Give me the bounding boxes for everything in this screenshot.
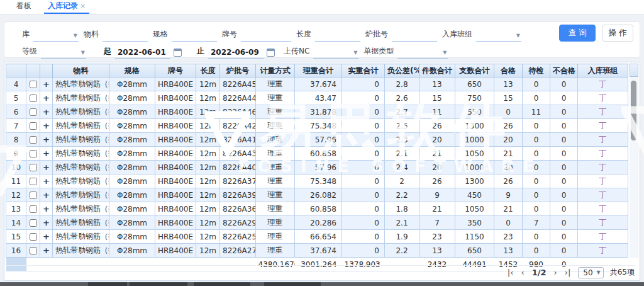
heat-number-cell: 8226A29: [220, 216, 256, 230]
calendar-icon[interactable]: [267, 49, 275, 57]
taskbar-segment: [130, 282, 187, 286]
brand-cell: HRB400E: [155, 230, 196, 244]
last-page-icon[interactable]: ›|: [565, 268, 571, 277]
expand-row-icon[interactable]: +: [40, 133, 53, 147]
row-select-checkbox[interactable]: [26, 161, 40, 174]
heat-number-label: 炉批号: [365, 29, 388, 42]
expand-row-icon[interactable]: +: [40, 202, 53, 216]
row-select-checkbox[interactable]: [26, 216, 40, 230]
pieces-cell: 13: [419, 244, 455, 258]
tab-dashboard[interactable]: 看板: [13, 0, 35, 14]
grade-select[interactable]: ▼: [41, 46, 86, 59]
column-header: 不合格: [550, 64, 578, 77]
team-cell: 丁: [578, 105, 628, 119]
expand-row-icon[interactable]: +: [40, 161, 53, 174]
row-select-checkbox[interactable]: [26, 91, 40, 105]
prev-page-icon[interactable]: ‹: [521, 268, 524, 277]
row-checkbox[interactable]: [30, 192, 37, 199]
grade-label: 等级: [22, 46, 37, 59]
row-select-checkbox[interactable]: [26, 230, 40, 244]
length-cell: 12m: [196, 105, 220, 119]
bars-cell: 1300: [455, 119, 494, 133]
expand-row-icon[interactable]: +: [40, 91, 53, 105]
row-checkbox[interactable]: [30, 219, 37, 227]
qualified-cell: 0: [494, 105, 523, 119]
row-select-checkbox[interactable]: [26, 188, 40, 202]
measure-method-cell: 理重: [256, 174, 295, 188]
vertical-scrollbar[interactable]: [630, 64, 638, 258]
expand-row-icon[interactable]: +: [40, 174, 53, 188]
row-select-checkbox[interactable]: [26, 77, 40, 91]
tab-inbound-records[interactable]: 入库记录×: [44, 0, 89, 14]
row-number: 16: [6, 244, 26, 258]
tab-bar: 看板 入库记录×: [0, 0, 644, 14]
inbound-team-filter: 入库班组 ▼: [442, 29, 521, 42]
expand-row-icon[interactable]: +: [40, 216, 53, 230]
brand-filter: 牌号: [222, 29, 291, 42]
tab-inbound-records-label: 入库记录: [48, 1, 78, 10]
expand-row-icon[interactable]: +: [40, 119, 53, 133]
length-input[interactable]: [315, 29, 360, 42]
expand-row-icon[interactable]: +: [40, 244, 53, 258]
expand-row-icon[interactable]: +: [40, 105, 53, 119]
brand-input[interactable]: [241, 29, 291, 42]
row-checkbox[interactable]: [30, 205, 37, 213]
expand-row-icon[interactable]: +: [40, 188, 53, 202]
row-checkbox[interactable]: [30, 150, 37, 157]
date-from-input[interactable]: 2022-06-01: [115, 46, 170, 59]
tolerance-cell: 2.7: [385, 105, 419, 119]
measure-method-cell: 理重: [256, 244, 295, 258]
scrollbar-thumb[interactable]: [631, 81, 636, 140]
upload-nc-select[interactable]: ▼: [313, 46, 358, 59]
heat-number-input[interactable]: [392, 29, 437, 42]
expand-row-icon[interactable]: +: [40, 77, 53, 91]
pending-cell: 0: [523, 174, 550, 188]
row-checkbox[interactable]: [30, 247, 37, 255]
expand-row-icon[interactable]: +: [40, 230, 53, 244]
material-cell: 热轧带肋钢筋（抗震）: [53, 147, 109, 161]
operate-button[interactable]: 操 作: [602, 25, 633, 42]
row-checkbox[interactable]: [30, 164, 37, 171]
page-size-value: 50: [583, 268, 592, 277]
row-checkbox[interactable]: [30, 122, 37, 130]
row-number: 10: [6, 161, 26, 174]
row-select-checkbox[interactable]: [26, 202, 40, 216]
expand-row-icon[interactable]: +: [40, 147, 53, 161]
row-checkbox[interactable]: [30, 81, 37, 88]
row-select-checkbox[interactable]: [26, 147, 40, 161]
row-checkbox[interactable]: [30, 108, 37, 116]
row-checkbox[interactable]: [30, 233, 37, 241]
warehouse-select[interactable]: ▼: [33, 29, 79, 42]
doc-type-select[interactable]: ▼: [397, 46, 448, 59]
query-button[interactable]: 查 询: [559, 25, 596, 42]
row-checkbox[interactable]: [30, 136, 37, 144]
row-select-checkbox[interactable]: [26, 244, 40, 258]
tab-close-icon[interactable]: ×: [80, 2, 86, 10]
brand-cell: HRB400E: [155, 77, 196, 91]
scrollbar-track[interactable]: [630, 77, 638, 258]
next-page-icon[interactable]: ›: [553, 268, 557, 277]
inbound-team-select[interactable]: ▼: [476, 29, 521, 42]
date-to-input[interactable]: 2022-06-09: [208, 46, 264, 59]
unqualified-cell: 0: [550, 202, 578, 216]
row-select-checkbox[interactable]: [26, 174, 40, 188]
actual-weight-cell: 0: [342, 244, 385, 258]
column-header: 炉批号: [220, 64, 256, 77]
page-size-select[interactable]: 50 ▼: [578, 267, 603, 278]
spec-cell: Φ28mm: [109, 147, 155, 161]
length-cell: 12m: [196, 216, 220, 230]
chevron-down-icon: ▼: [353, 50, 357, 55]
spec-cell: Φ28mm: [109, 77, 155, 91]
row-select-checkbox[interactable]: [26, 133, 40, 147]
row-checkbox[interactable]: [30, 94, 37, 102]
calendar-icon[interactable]: [174, 49, 182, 57]
row-select-checkbox[interactable]: [26, 105, 40, 119]
brand-cell: HRB400E: [155, 105, 196, 119]
actual-weight-cell: 0: [342, 91, 385, 105]
material-cell: 热轧带肋钢筋（抗震）: [53, 230, 109, 244]
row-checkbox[interactable]: [30, 178, 37, 185]
first-page-icon[interactable]: |‹: [508, 268, 514, 277]
spec-input[interactable]: [172, 29, 217, 42]
material-input[interactable]: [103, 29, 148, 42]
row-select-checkbox[interactable]: [26, 119, 40, 133]
